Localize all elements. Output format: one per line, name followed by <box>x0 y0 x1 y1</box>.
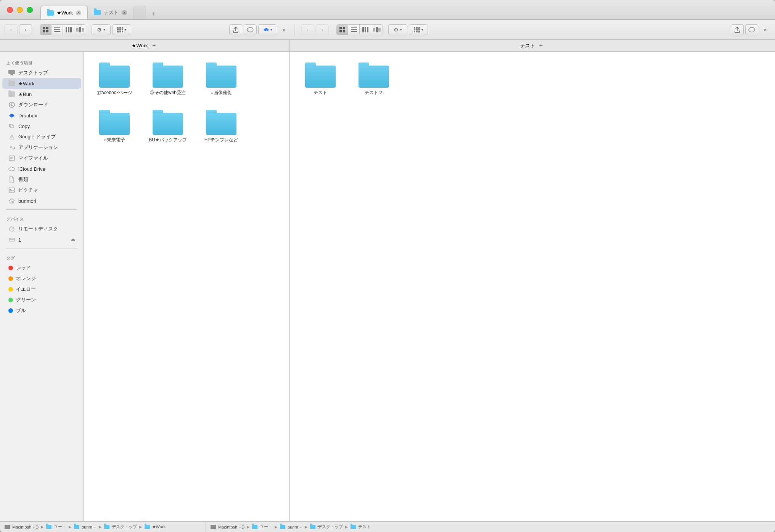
breadcrumb-test-right: テスト <box>358 524 371 530</box>
share-button-right[interactable] <box>731 24 744 35</box>
column-view-button[interactable] <box>63 25 74 35</box>
list-view-button[interactable] <box>51 25 63 35</box>
breadcrumb-hd-left: Macintosh HD <box>12 525 39 529</box>
forward-button-right[interactable]: › <box>316 24 329 35</box>
dropbox-button[interactable]: ▾ <box>258 24 277 35</box>
folder-item-image-promo[interactable]: ○画像催促 <box>198 59 244 99</box>
breadcrumb-disk-icon-left <box>5 525 10 529</box>
new-tab-placeholder <box>133 6 146 19</box>
breadcrumb-arrow-1: ▶ <box>41 525 44 529</box>
coverflow-view-button-right[interactable] <box>371 25 383 35</box>
minimize-button[interactable] <box>17 7 23 13</box>
tabs-area: ★Work ✕ テスト ✕ + <box>40 0 775 19</box>
svg-rect-19 <box>117 31 119 32</box>
gdrive-icon <box>8 133 15 140</box>
sidebar-item-desktop[interactable]: デスクトップ <box>2 67 81 78</box>
sidebar-item-work[interactable]: ★Work <box>2 78 81 89</box>
sidebar-label-pictures: ピクチャ <box>18 187 38 194</box>
svg-rect-45 <box>414 31 415 32</box>
folder-item-test2[interactable]: テスト２ <box>351 59 397 99</box>
sidebar-item-tag-red[interactable]: レッド <box>2 263 81 273</box>
share-button[interactable] <box>229 24 242 35</box>
forward-button[interactable]: › <box>19 24 32 35</box>
tab-close-work[interactable]: ✕ <box>76 10 81 16</box>
sidebar-item-myfiles[interactable]: マイファイル <box>2 153 81 163</box>
icon-view-button-right[interactable] <box>337 25 348 35</box>
sidebar-item-dropbox[interactable]: Dropbox <box>2 110 81 121</box>
more-button-right[interactable]: » <box>760 24 770 35</box>
breadcrumb-bunm-left: bunm→ <box>82 525 96 529</box>
tag-button[interactable] <box>244 24 257 35</box>
sidebar-item-bunmori[interactable]: bunmori <box>2 195 81 206</box>
tab-close-test[interactable]: ✕ <box>122 10 127 15</box>
tab-test[interactable]: テスト ✕ <box>88 6 133 19</box>
folder-item-test1[interactable]: テスト <box>297 59 343 99</box>
add-tab-button[interactable]: + <box>148 9 159 19</box>
tag-button-right[interactable] <box>745 24 758 35</box>
breadcrumb-bunm-right: bunm→ <box>288 525 302 529</box>
svg-rect-39 <box>414 27 415 29</box>
folder-bun-icon <box>8 91 15 98</box>
sidebar-item-applications[interactable]: Aa アプリケーション <box>2 142 81 153</box>
dropbox-icon <box>264 27 269 32</box>
sidebar-item-bun[interactable]: ★Bun <box>2 89 81 99</box>
folder-item-bu-backup[interactable]: BU★バックアップ <box>145 107 191 146</box>
status-bar: Macintosh HD ▶ ユー→ ▶ bunm→ ▶ デスクトップ ▶ ★W… <box>0 521 775 532</box>
sidebar-item-tag-yellow[interactable]: イエロー <box>2 284 81 295</box>
sidebar-item-remote-disk[interactable]: リモートディスク <box>2 224 81 234</box>
icon-view-button[interactable] <box>40 25 51 35</box>
column-view-button-right[interactable] <box>360 25 371 35</box>
back-button-right[interactable]: ‹ <box>301 24 314 35</box>
svg-rect-2 <box>43 30 45 32</box>
apps-action-button-right[interactable]: ▾ <box>409 24 428 35</box>
sidebar-item-icloud[interactable]: iCloud Drive <box>2 163 81 174</box>
icloud-icon <box>8 165 15 172</box>
folder-work-icon <box>8 80 15 87</box>
svg-rect-8 <box>68 27 69 32</box>
folder-item-hp-template[interactable]: HPテンプレなど <box>198 107 244 146</box>
harddrive-icon <box>8 236 15 243</box>
folder-item-miraidenshi[interactable]: ○未来電子 <box>92 107 137 146</box>
traffic-lights <box>7 7 33 13</box>
svg-rect-30 <box>351 27 357 28</box>
breadcrumb-folder-r4 <box>351 525 356 529</box>
folder-item-fb-page[interactable]: ◎facebookページ <box>92 59 137 99</box>
sidebar-label-bun: ★Bun <box>18 91 32 97</box>
coverflow-view-button[interactable] <box>74 25 86 35</box>
sidebar-item-copy[interactable]: Copy <box>2 121 81 131</box>
sidebar-label-tag-orange: オレンジ <box>16 275 36 282</box>
sidebar-item-tag-blue[interactable]: ブル <box>2 305 81 316</box>
folder-label-image-promo: ○画像催促 <box>211 90 232 96</box>
more-button-left[interactable]: » <box>279 24 289 35</box>
sidebar-label-tag-green: グリーン <box>16 296 36 303</box>
sidebar-item-tag-green[interactable]: グリーン <box>2 295 81 305</box>
eject-button[interactable]: ⏏ <box>71 237 75 242</box>
breadcrumb-desktop-right: デスクトップ <box>318 524 343 530</box>
list-view-button-right[interactable] <box>348 25 360 35</box>
back-button[interactable]: ‹ <box>5 24 18 35</box>
sidebar-item-pictures[interactable]: ピクチャ <box>2 185 81 195</box>
status-bar-left: Macintosh HD ▶ ユー→ ▶ bunm→ ▶ デスクトップ ▶ ★W… <box>0 522 206 532</box>
gear-action-button-right[interactable]: ⚙ ▾ <box>388 24 407 35</box>
tab-work[interactable]: ★Work ✕ <box>40 6 88 19</box>
folder-label-other-web: ◎その他web受注 <box>150 90 186 96</box>
folder-item-other-web[interactable]: ◎その他web受注 <box>145 59 191 99</box>
sidebar-label-work: ★Work <box>18 81 34 87</box>
path-add-button-right[interactable]: + <box>537 42 545 50</box>
home-icon <box>8 197 15 204</box>
close-button[interactable] <box>7 7 13 13</box>
breadcrumb-folder-1 <box>46 525 51 529</box>
maximize-button[interactable] <box>27 7 33 13</box>
path-add-button-left[interactable]: + <box>150 42 158 50</box>
sidebar-item-tag-orange[interactable]: オレンジ <box>2 273 81 284</box>
sidebar-item-gdrive[interactable]: Google ドライブ <box>2 131 81 142</box>
sidebar-item-documents[interactable]: 書類 <box>2 174 81 185</box>
breadcrumb-arrow-2: ▶ <box>69 525 72 529</box>
sidebar-item-download[interactable]: ダウンロード <box>2 99 81 110</box>
folder-label-hp-template: HPテンプレなど <box>204 137 238 143</box>
breadcrumb-user-left: ユー→ <box>54 524 66 530</box>
gear-action-button[interactable]: ⚙ ▾ <box>92 24 111 35</box>
sidebar-item-disk1[interactable]: 1 ⏏ <box>2 234 81 245</box>
tab-folder-icon-work <box>47 10 54 16</box>
apps-action-button[interactable]: ▾ <box>112 24 131 35</box>
